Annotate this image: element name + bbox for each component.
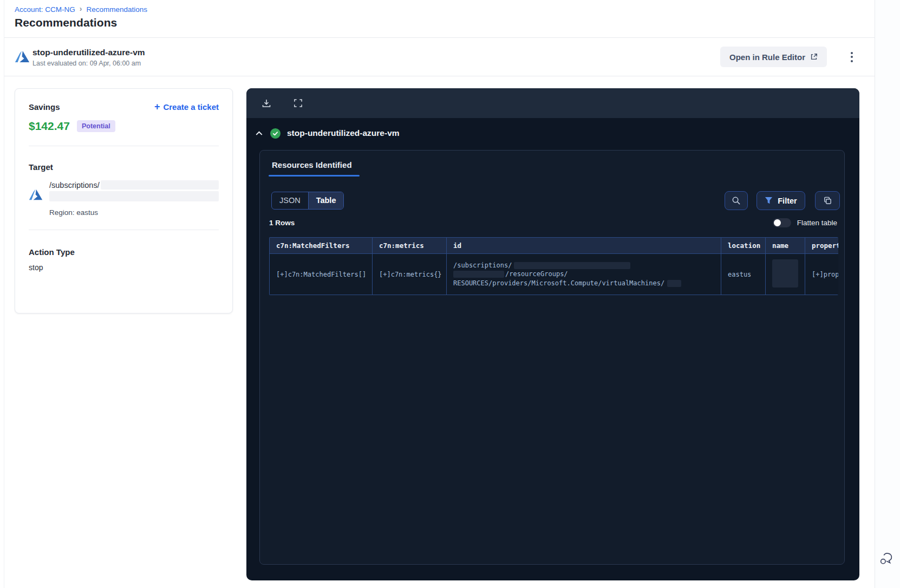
open-in-rule-editor-label: Open in Rule Editor <box>729 53 805 62</box>
breadcrumb-account-link[interactable]: Account: CCM-NG <box>15 5 75 14</box>
search-icon <box>732 196 741 205</box>
rule-name: stop-underutilized-azure-vm <box>32 48 145 57</box>
chevron-right-icon: › <box>80 4 82 13</box>
col-name: name <box>766 238 805 254</box>
rule-last-evaluated: Last evaluated on: 09 Apr, 06:00 am <box>32 60 145 67</box>
content-left-border <box>4 0 4 588</box>
cell-metrics-expander[interactable]: [+]c7n:metrics{} <box>373 254 447 295</box>
target-path: /subscriptions/ <box>49 181 100 190</box>
download-icon <box>262 99 271 108</box>
id-line-1: /subscriptions/ <box>453 262 512 269</box>
resources-identified-panel: Resources Identified JSON Table Filter <box>259 150 845 565</box>
resources-table: c7n:MatchedFilters c7n:metrics id locati… <box>269 237 838 295</box>
flatten-table-toggle[interactable] <box>773 218 791 227</box>
results-panel: stop-underutilized-azure-vm Resources Id… <box>246 88 859 580</box>
results-toolbar <box>246 88 859 118</box>
open-in-rule-editor-button[interactable]: Open in Rule Editor <box>720 47 827 67</box>
tab-active-underline <box>269 175 360 177</box>
redacted-target-line <box>49 191 219 201</box>
cell-location: eastus <box>721 254 766 295</box>
tab-resources-identified[interactable]: Resources Identified <box>269 160 355 169</box>
search-button[interactable] <box>725 191 748 210</box>
rule-header: stop-underutilized-azure-vm Last evaluat… <box>4 38 875 76</box>
target-label: Target <box>29 162 219 172</box>
view-toggle-json[interactable]: JSON <box>272 192 308 209</box>
fullscreen-icon <box>294 99 303 108</box>
redacted-id-segment <box>514 262 630 269</box>
view-toggle: JSON Table <box>271 192 344 210</box>
cell-properties-expander[interactable]: [+]properties{} <box>805 254 839 295</box>
region-text: Region: eastus <box>49 208 219 217</box>
copy-button[interactable] <box>815 191 840 210</box>
col-matched-filters: c7n:MatchedFilters <box>270 238 373 254</box>
kebab-dot-icon <box>851 60 853 62</box>
filter-icon <box>765 197 773 205</box>
table-header-row: c7n:MatchedFilters c7n:metrics id locati… <box>270 238 839 254</box>
col-id: id <box>447 238 721 254</box>
chevron-up-icon <box>255 129 263 138</box>
filter-button[interactable]: Filter <box>756 191 805 210</box>
kebab-dot-icon <box>851 52 853 54</box>
chat-icon <box>878 551 894 567</box>
chat-widget-button[interactable] <box>877 551 895 569</box>
id-line-3: RESOURCES/providers/Microsoft.Compute/vi… <box>453 279 664 287</box>
redacted-id-segment <box>453 271 504 278</box>
savings-card: Savings + Create a ticket $142.47 Potent… <box>15 88 233 313</box>
toggle-knob-icon <box>774 219 781 226</box>
table-row: [+]c7n:MatchedFilters[] [+]c7n:metrics{}… <box>270 254 839 295</box>
id-line-2: /resourceGroups/ <box>505 270 568 278</box>
collapse-chevron-button[interactable] <box>254 128 264 138</box>
cell-id: /subscriptions/ /resourceGroups/ RESOURC… <box>447 254 721 295</box>
redacted-name <box>772 259 798 288</box>
action-type-value: stop <box>29 263 219 272</box>
card-divider <box>29 146 219 146</box>
download-button[interactable] <box>261 98 272 109</box>
cell-name <box>766 254 805 295</box>
create-ticket-button[interactable]: + Create a ticket <box>154 102 219 112</box>
tab-bar: Resources Identified <box>260 151 844 177</box>
page-title: Recommendations <box>15 16 117 29</box>
fullscreen-button[interactable] <box>292 98 303 109</box>
col-location: location <box>721 238 766 254</box>
card-divider <box>29 230 219 230</box>
status-check-icon <box>270 128 281 139</box>
filter-label: Filter <box>778 197 797 205</box>
col-metrics: c7n:metrics <box>373 238 447 254</box>
right-rail <box>875 0 900 588</box>
breadcrumb: Account: CCM-NG › Recommendations <box>15 5 147 14</box>
redacted-subscription-id <box>101 180 219 190</box>
potential-badge: Potential <box>77 120 115 132</box>
savings-amount: $142.47 <box>29 120 70 133</box>
breadcrumb-page-link[interactable]: Recommendations <box>86 5 147 14</box>
target-azure-icon <box>29 188 43 202</box>
panel-rule-name: stop-underutilized-azure-vm <box>287 128 400 138</box>
resources-table-container: c7n:MatchedFilters c7n:metrics id locati… <box>269 237 838 295</box>
action-type-label: Action Type <box>29 247 219 257</box>
rows-count: 1 Rows <box>269 219 295 227</box>
copy-icon <box>823 196 832 205</box>
col-properties: properties <box>805 238 839 254</box>
savings-label: Savings <box>29 102 60 112</box>
kebab-dot-icon <box>851 56 853 58</box>
redacted-id-segment <box>667 280 681 287</box>
right-rail-divider <box>875 0 875 588</box>
kebab-menu-button[interactable] <box>845 48 859 66</box>
cell-matched-filters-expander[interactable]: [+]c7n:MatchedFilters[] <box>270 254 373 295</box>
flatten-table-label: Flatten table <box>797 219 837 227</box>
plus-icon: + <box>154 102 160 112</box>
azure-icon <box>15 49 30 64</box>
create-ticket-label: Create a ticket <box>163 102 219 112</box>
external-link-icon <box>810 53 818 61</box>
view-toggle-table[interactable]: Table <box>308 192 344 209</box>
